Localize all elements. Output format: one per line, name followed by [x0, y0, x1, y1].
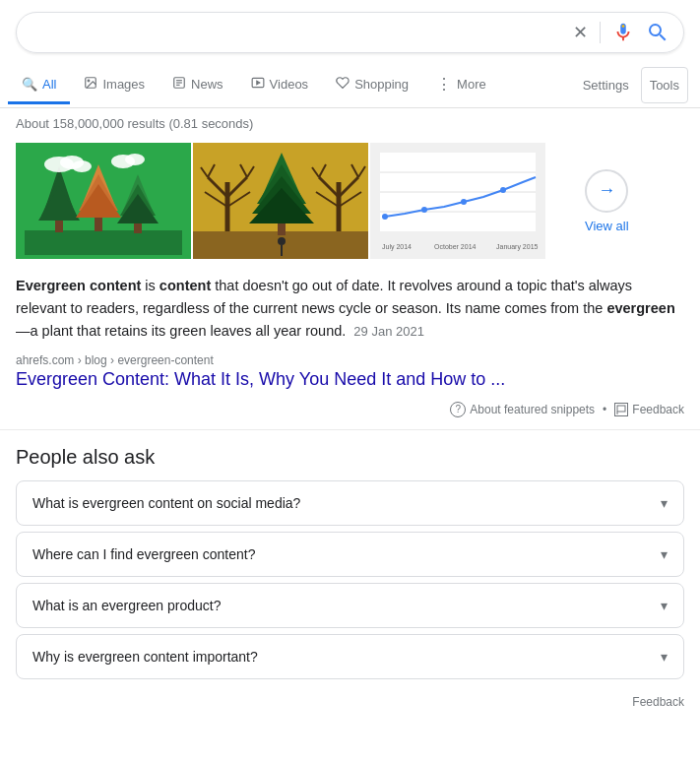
- tab-shopping[interactable]: Shopping: [322, 66, 422, 105]
- shopping-nav-icon: [336, 76, 350, 93]
- snippet-domain: ahrefs.com: [16, 353, 74, 367]
- about-snippets-label: About featured snippets: [470, 403, 595, 416]
- paa-question-4: Why is evergreen content important?: [32, 649, 258, 665]
- question-mark-icon: ?: [450, 402, 466, 417]
- svg-point-24: [72, 160, 92, 172]
- nav-tabs: 🔍 All Images News Videos Shopping ⋮ More…: [0, 63, 700, 108]
- svg-rect-17: [95, 218, 102, 231]
- dot-separator: •: [603, 403, 606, 416]
- svg-point-61: [461, 199, 467, 205]
- tab-all-label: All: [42, 77, 56, 92]
- tab-more[interactable]: ⋮ More: [422, 65, 500, 106]
- images-section: July 2014 October 2014 January 2015 → Vi…: [0, 135, 700, 267]
- snippet-result-link[interactable]: Evergreen Content: What It Is, Why You N…: [16, 369, 684, 390]
- paa-question-3: What is an evergreen product?: [32, 598, 221, 613]
- image-thumb-3[interactable]: July 2014 October 2014 January 2015: [370, 143, 545, 259]
- paa-item-2[interactable]: Where can I find evergreen content? ▾: [16, 532, 684, 577]
- evergreen-trees-illustration-1: [25, 147, 182, 255]
- bottom-feedback-button[interactable]: Feedback: [632, 695, 684, 709]
- svg-rect-66: [617, 406, 625, 412]
- svg-rect-9: [25, 230, 182, 255]
- divider: [600, 22, 601, 43]
- chevron-down-icon-2: ▾: [661, 546, 668, 562]
- svg-marker-12: [38, 186, 80, 221]
- svg-point-59: [382, 214, 388, 220]
- feedback-label: Feedback: [632, 403, 684, 416]
- svg-point-52: [278, 237, 286, 245]
- svg-rect-21: [134, 223, 142, 233]
- tab-news-label: News: [191, 77, 223, 92]
- snippet-source: ahrefs.com › blog › evergreen-content: [16, 353, 684, 367]
- tools-button[interactable]: Tools: [641, 67, 688, 103]
- featured-snippet: Evergreen content is content that doesn'…: [0, 267, 700, 430]
- paa-item-1[interactable]: What is evergreen content on social medi…: [16, 480, 684, 526]
- svg-point-62: [500, 187, 506, 193]
- paa-item-3[interactable]: What is an evergreen product? ▾: [16, 583, 684, 628]
- settings-link[interactable]: Settings: [575, 68, 637, 102]
- svg-text:January 2015: January 2015: [496, 243, 539, 251]
- snippet-date: 29 Jan 2021: [353, 324, 424, 339]
- snippet-path: › blog › evergreen-content: [78, 353, 214, 367]
- arrow-right-icon: →: [598, 180, 615, 201]
- paa-item-4[interactable]: Why is evergreen content important? ▾: [16, 634, 684, 679]
- chart-illustration: July 2014 October 2014 January 2015: [370, 143, 545, 259]
- search-bar-container: evergreen content ✕: [0, 0, 700, 63]
- bottom-feedback-container: Feedback: [0, 685, 700, 719]
- search-input[interactable]: evergreen content: [31, 24, 573, 41]
- mic-icon[interactable]: [612, 22, 634, 43]
- svg-point-26: [125, 154, 145, 165]
- svg-point-2: [89, 80, 91, 82]
- svg-rect-42: [278, 223, 286, 235]
- image-thumb-2[interactable]: [193, 143, 368, 259]
- paa-title: People also ask: [16, 446, 684, 469]
- svg-marker-16: [76, 184, 121, 218]
- chevron-down-icon-1: ▾: [661, 495, 668, 511]
- evergreen-trees-illustration-2: [193, 143, 368, 259]
- feedback-flag-icon: [614, 403, 628, 416]
- paa-section: People also ask What is evergreen conten…: [0, 430, 700, 679]
- paa-question-1: What is evergreen content on social medi…: [32, 495, 300, 511]
- svg-text:July 2014: July 2014: [382, 243, 412, 251]
- close-icon: ✕: [573, 23, 588, 42]
- about-snippets-button[interactable]: ? About featured snippets: [450, 402, 595, 417]
- svg-point-60: [421, 207, 427, 213]
- search-bar: evergreen content ✕: [16, 12, 684, 53]
- clear-search-button[interactable]: ✕: [573, 22, 588, 43]
- view-all-arrow-circle: →: [585, 169, 628, 213]
- search-icon[interactable]: [646, 21, 669, 44]
- svg-text:October 2014: October 2014: [434, 243, 477, 250]
- svg-rect-13: [55, 221, 63, 232]
- svg-marker-20: [117, 194, 159, 223]
- search-nav-icon: 🔍: [22, 77, 37, 92]
- svg-marker-8: [256, 81, 259, 85]
- chevron-down-icon-4: ▾: [661, 649, 668, 665]
- image-thumb-1[interactable]: [16, 143, 191, 259]
- images-nav-icon: [84, 76, 97, 93]
- videos-nav-icon: [251, 76, 265, 93]
- snippet-footer: ? About featured snippets • Feedback: [16, 398, 684, 425]
- view-all-button[interactable]: → View all: [585, 169, 629, 233]
- search-icons: ✕: [573, 21, 669, 44]
- tab-videos-label: Videos: [270, 77, 309, 92]
- tab-images[interactable]: Images: [70, 66, 159, 105]
- view-all-label: View all: [585, 219, 629, 233]
- paa-question-2: Where can I find evergreen content?: [32, 546, 255, 562]
- tab-shopping-label: Shopping: [354, 77, 409, 92]
- image-strip: July 2014 October 2014 January 2015: [16, 143, 567, 259]
- chevron-down-icon-3: ▾: [661, 598, 668, 613]
- feedback-button[interactable]: Feedback: [614, 403, 684, 416]
- results-info: About 158,000,000 results (0.81 seconds): [0, 108, 700, 135]
- more-nav-icon: ⋮: [436, 75, 452, 94]
- news-nav-icon: [172, 76, 186, 93]
- results-count: About 158,000,000 results (0.81 seconds): [16, 116, 253, 131]
- snippet-text: Evergreen content is content that doesn'…: [16, 275, 684, 344]
- tab-all[interactable]: 🔍 All: [8, 67, 70, 104]
- svg-point-0: [622, 25, 625, 28]
- tab-images-label: Images: [102, 77, 145, 92]
- tab-news[interactable]: News: [159, 66, 237, 105]
- tab-videos[interactable]: Videos: [237, 66, 323, 105]
- tab-more-label: More: [457, 77, 486, 92]
